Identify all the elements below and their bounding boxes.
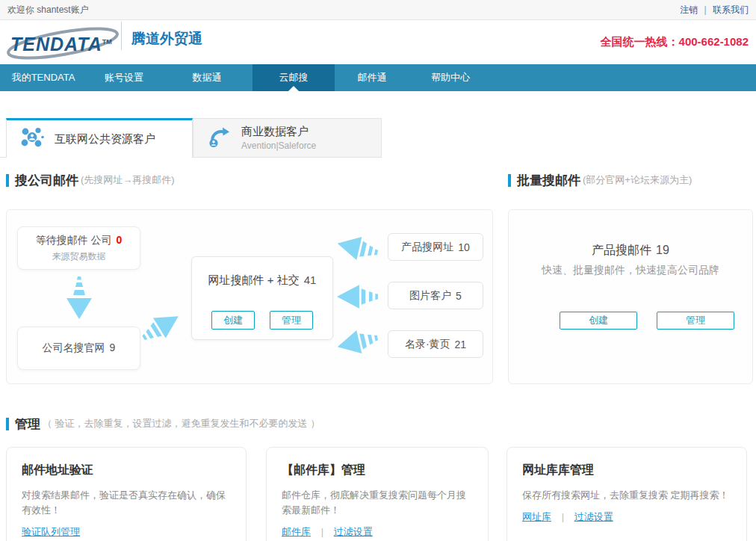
section-accent-bar (6, 418, 9, 430)
tab-business-data-customers[interactable]: 商业数据客户 Avention|Saleforce (193, 118, 382, 158)
nav-item-my-tendata[interactable]: 我的TENDATA (0, 64, 87, 91)
nav-item-account-settings[interactable]: 账号设置 (87, 64, 161, 91)
create-button[interactable]: 创建 (211, 311, 255, 330)
logout-link[interactable]: 注销 (680, 4, 698, 15)
section-header-manage: 管理 （ 验证，去除重复，设置过滤，避免重复发生和不必要的发送 ） (6, 415, 320, 432)
section-title: 批量搜邮件 (517, 172, 580, 189)
manage-button[interactable]: 管理 (270, 311, 313, 330)
logo-wordmark: TENDATATM (10, 34, 112, 55)
logo-divider (121, 22, 122, 50)
url-library-management-card: 网址库库管理 保存所有搜索网址，去除重复搜索 定期再搜索！ 网址库 | 过滤设置 (506, 447, 747, 541)
batch-panel-description: 快速、批量搜邮件，快速提高公司品牌 (509, 264, 752, 277)
url-library-link[interactable]: 网址库 (522, 511, 551, 522)
top-utility-bar: 欢迎你 shantest账户 注销 | 联系我们 (0, 0, 756, 20)
top-links-separator: | (704, 4, 707, 15)
product-search-email-label: 产品搜邮件 (592, 244, 651, 256)
card-body: 邮件仓库，彻底解决重复搜索问题每个月搜索最新邮件！ (282, 488, 473, 518)
flow-arrow-down-icon (66, 276, 92, 319)
nav-item-help-center[interactable]: 帮助中心 (409, 64, 492, 91)
image-customers-box[interactable]: 图片客户5 (388, 282, 483, 309)
search-company-email-panel: 等待搜邮件 公司0 来源贸易数据 公司名搜官网9 (6, 209, 493, 384)
company-name-search-label: 公司名搜官网 (43, 341, 105, 353)
section-hint: （ 验证，去除重复，设置过滤，避免重复发生和不必要的发送 ） (43, 417, 320, 430)
product-search-url-count: 10 (458, 241, 470, 253)
link-separator: | (562, 511, 564, 522)
card-title: 【邮件库】管理 (282, 463, 473, 478)
section-hint: (先搜网址→再搜邮件) (81, 173, 175, 187)
filter-settings-link[interactable]: 过滤设置 (574, 511, 613, 522)
welcome-text: 欢迎你 shantest账户 (7, 0, 89, 19)
email-library-link[interactable]: 邮件库 (282, 526, 311, 537)
product-search-email-count: 19 (656, 244, 669, 256)
url-search-email-card: 网址搜邮件 + 社交41 创建 管理 (191, 256, 333, 340)
tab-internet-public-resource-customers[interactable]: 互联网公共资源客户 (6, 118, 193, 158)
waiting-companies-box[interactable]: 等待搜邮件 公司0 来源贸易数据 (17, 226, 140, 270)
flow-arrow-diagonal-icon (136, 306, 185, 350)
top-links: 注销 | 联系我们 (680, 0, 749, 19)
card-body: 保存所有搜索网址，去除重复搜索 定期再搜索！ (522, 488, 731, 503)
logo-tm: TM (102, 38, 112, 46)
flow-arrow-left-icon (335, 325, 381, 359)
nav-item-data-tong[interactable]: 数据通 (161, 64, 252, 91)
section-accent-bar (6, 174, 9, 187)
directory-yellow-pages-label: 名录·黄页 (405, 338, 450, 351)
waiting-companies-count: 0 (117, 234, 123, 246)
hotline-number: 全国统一热线：400-662-1082 (601, 35, 749, 49)
share-person-icon (207, 125, 231, 152)
directory-yellow-pages-box[interactable]: 名录·黄页21 (388, 330, 483, 358)
card-body: 对搜索结果邮件，验证是否真实存在确认，确保有效性！ (22, 488, 231, 518)
manage-button[interactable]: 管理 (657, 312, 734, 330)
card-title: 网址库库管理 (522, 463, 731, 478)
section-accent-bar (508, 174, 511, 187)
link-separator: | (321, 526, 323, 537)
product-search-url-label: 产品搜网址 (401, 241, 453, 254)
nav-item-cloud-mail-search[interactable]: 云邮搜 (252, 64, 335, 91)
email-library-management-card: 【邮件库】管理 邮件仓库，彻底解决重复搜索问题每个月搜索最新邮件！ 邮件库 | … (266, 447, 489, 541)
image-customers-count: 5 (456, 290, 462, 302)
filter-settings-link[interactable]: 过滤设置 (334, 526, 373, 537)
create-button[interactable]: 创建 (560, 312, 637, 330)
section-header-search-company-email: 搜公司邮件 (先搜网址→再搜邮件) (6, 172, 175, 188)
waiting-companies-label: 等待搜邮件 公司 (36, 234, 112, 246)
tab-label: 商业数据客户 (241, 125, 316, 139)
verification-queue-management-link[interactable]: 验证队列管理 (22, 526, 80, 537)
section-title: 搜公司邮件 (15, 172, 78, 189)
section-header-batch-search-email: 批量搜邮件 (部分官网+论坛来源为主) (508, 172, 692, 188)
nav-item-mail-tong[interactable]: 邮件通 (335, 64, 409, 91)
waiting-companies-source: 来源贸易数据 (52, 250, 106, 263)
tab-sublabel: Avention|Saleforce (241, 140, 316, 151)
network-users-icon (20, 126, 44, 152)
section-hint: (部分官网+论坛来源为主) (583, 173, 692, 187)
company-name-search-count: 9 (110, 341, 116, 353)
product-name: 腾道外贸通 (131, 29, 202, 49)
email-address-verification-card: 邮件地址验证 对搜索结果邮件，验证是否真实存在确认，确保有效性！ 验证队列管理 (6, 447, 247, 541)
product-search-url-box[interactable]: 产品搜网址10 (388, 233, 483, 261)
flow-arrow-left-icon (337, 284, 379, 309)
flow-arrow-left-icon (335, 231, 381, 265)
url-search-email-count: 41 (304, 273, 317, 286)
section-title: 管理 (15, 415, 40, 433)
card-title: 邮件地址验证 (22, 463, 231, 478)
image-customers-label: 图片客户 (409, 289, 451, 303)
url-search-email-label: 网址搜邮件 + 社交 (208, 273, 300, 286)
company-name-search-box[interactable]: 公司名搜官网9 (17, 327, 140, 370)
contact-us-link[interactable]: 联系我们 (713, 4, 749, 15)
brand-header: TENDATATM 腾道外贸通 全国统一热线：400-662-1082 (0, 20, 756, 64)
main-nav: 我的TENDATA 账号设置 数据通 云邮搜 邮件通 帮助中心 (0, 64, 756, 91)
directory-yellow-pages-count: 21 (455, 338, 467, 350)
batch-search-email-panel: 产品搜邮件19 快速、批量搜邮件，快速提高公司品牌 创建 管理 (508, 209, 753, 384)
tab-label: 互联网公共资源客户 (55, 132, 155, 146)
page: 欢迎你 shantest账户 注销 | 联系我们 TENDATATM 腾道外贸通… (0, 0, 756, 541)
